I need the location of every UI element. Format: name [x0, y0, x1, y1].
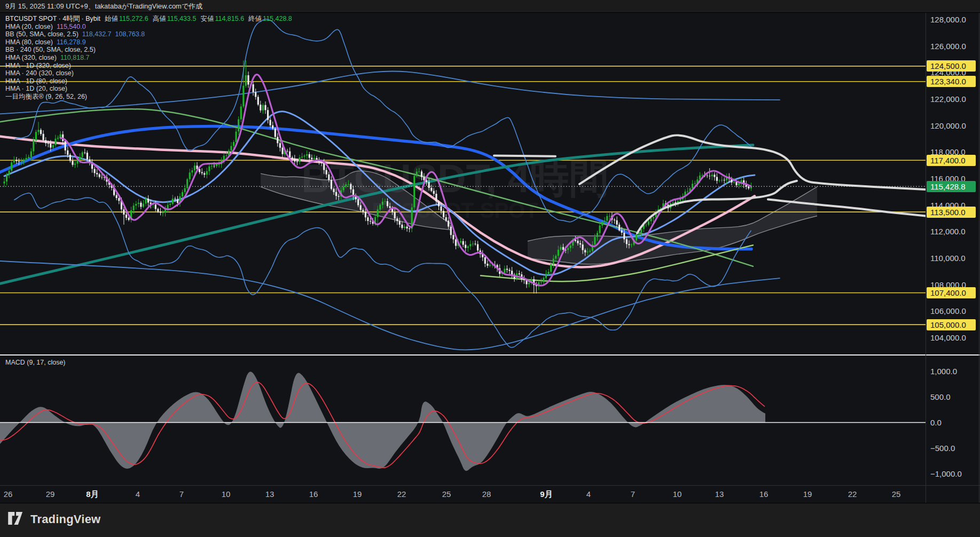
- indicator-label: HMA · 1D (20, close): [5, 85, 67, 92]
- macd-axis-label: 0.0: [930, 417, 977, 428]
- time-axis-label: 10: [222, 489, 231, 499]
- time-axis-month-label: 8月: [86, 489, 98, 500]
- time-axis-label: 10: [673, 489, 682, 499]
- ichimoku-cloud: [528, 187, 817, 265]
- time-axis-label: 25: [442, 489, 451, 499]
- indicator-value: 108,763.8: [115, 30, 145, 38]
- legend-indicator-row[interactable]: HMA · 240 (320, close): [5, 69, 292, 77]
- time-axis-label: 26: [4, 489, 13, 499]
- tradingview-logo-icon: [7, 511, 26, 527]
- ohlc-label: 高値: [153, 15, 166, 22]
- time-axis-label: 16: [309, 489, 318, 499]
- indicator-label: BB · 240 (50, SMA, close, 2.5): [5, 46, 96, 53]
- price-axis-label: 126,000.0: [930, 41, 977, 52]
- indicator-label: 一目均衡表® (9, 26, 52, 26): [5, 93, 87, 100]
- brand-name: TradingView: [30, 512, 100, 526]
- price-axis-label: 112,000.0: [930, 226, 977, 237]
- ohlc-value: 114,815.6: [215, 15, 244, 22]
- time-axis-label: 22: [397, 489, 406, 499]
- price-axis-label: 120,000.0: [930, 121, 977, 131]
- ohlc-label: 安値: [200, 15, 214, 22]
- indicator-label: HMA (320, close): [5, 54, 57, 61]
- indicator-label: HMA (20, close): [5, 23, 53, 30]
- legend-indicator-row[interactable]: HMA · 1D (320, close): [5, 62, 292, 70]
- time-axis-label: 29: [46, 489, 55, 499]
- indicator-label: HMA (80, close): [5, 38, 53, 46]
- time-axis-label: 4: [136, 489, 140, 499]
- macd-axis-label: −1,000.0: [930, 469, 977, 479]
- white-projection-line: [579, 135, 926, 189]
- legend-indicator-row[interactable]: HMA (20, close)115,540.0: [5, 23, 292, 31]
- level-price-badge: 117,400.0: [927, 155, 976, 166]
- time-axis-label: 7: [179, 489, 184, 499]
- symbol-title: BTCUSDT SPOT · 4時間 · Bybit: [5, 15, 100, 22]
- legend-indicator-row[interactable]: HMA (320, close)110,818.7: [5, 54, 292, 62]
- pane-divider[interactable]: [0, 354, 980, 356]
- indicator-legend: BTCUSDT SPOT · 4時間 · Bybit始値115,272.6高値1…: [5, 15, 292, 101]
- indicator-label: HMA · 1D (80, close): [5, 77, 67, 85]
- indicator-value: 115,540.0: [57, 23, 86, 30]
- time-axis-label: 16: [759, 489, 769, 499]
- macd-pane[interactable]: [0, 372, 926, 471]
- time-axis-label: 13: [265, 489, 275, 499]
- price-axis[interactable]: 128,000.0126,000.0124,000.0122,000.0120,…: [926, 13, 980, 503]
- time-axis-label: 25: [892, 489, 901, 499]
- legend-indicator-row[interactable]: BB (50, SMA, close, 2.5)118,432.7108,763…: [5, 30, 292, 38]
- macd-axis-label: 500.0: [930, 392, 977, 402]
- level-price-badge: 105,000.0: [927, 319, 976, 330]
- legend-indicator-row[interactable]: BB · 240 (50, SMA, close, 2.5): [5, 46, 292, 54]
- time-axis-label: 7: [631, 489, 635, 499]
- legend-indicator-row[interactable]: 一目均衡表® (9, 26, 52, 26): [5, 93, 292, 101]
- time-axis-month-label: 9月: [540, 489, 552, 500]
- ohlc-value: 115,428.8: [263, 15, 292, 22]
- time-axis-label: 19: [803, 489, 812, 499]
- indicator-label: HMA · 240 (320, close): [5, 69, 74, 77]
- indicator-value: 116,278.9: [57, 38, 86, 46]
- legend-title-row[interactable]: BTCUSDT SPOT · 4時間 · Bybit始値115,272.6高値1…: [5, 15, 292, 23]
- price-axis-label: 104,000.0: [930, 333, 977, 343]
- macd-pane-label[interactable]: MACD (9, 17, close): [5, 359, 66, 366]
- time-axis-label: 22: [848, 489, 857, 499]
- ohlc-value: 115,433.5: [167, 15, 197, 22]
- indicator-value: 118,432.7: [82, 30, 112, 38]
- level-price-badge: 124,500.0: [927, 60, 976, 72]
- level-price-badge: 107,400.0: [927, 287, 976, 298]
- indicator-label: BB (50, SMA, close, 2.5): [5, 30, 79, 38]
- time-axis[interactable]: 26298月47101316192225289月47101316192225: [0, 485, 980, 503]
- macd-axis-label: 1,000.0: [930, 366, 977, 377]
- tradingview-screenshot: 9月 15, 2025 11:09 UTC+9、takatabaがTrading…: [0, 0, 980, 537]
- time-axis-label: 28: [482, 489, 491, 499]
- price-axis-label: 106,000.0: [930, 306, 977, 317]
- time-axis-label: 19: [353, 489, 362, 499]
- indicator-value: 110,818.7: [60, 54, 90, 61]
- legend-indicator-row[interactable]: HMA (80, close)116,278.9: [5, 38, 292, 46]
- legend-indicator-row[interactable]: HMA · 1D (80, close): [5, 77, 292, 85]
- bb240_lower-line: [0, 261, 780, 350]
- price-axis-label: 122,000.0: [930, 94, 977, 105]
- time-axis-label: 13: [715, 489, 724, 499]
- price-axis-label: 128,000.0: [930, 14, 977, 25]
- price-axis-label: 110,000.0: [930, 253, 977, 264]
- tradingview-brand-link[interactable]: TradingView: [7, 511, 100, 527]
- level-price-badge: 113,500.0: [927, 207, 976, 218]
- creation-timestamp: 9月 15, 2025 11:09 UTC+9、takatabaがTrading…: [0, 0, 980, 13]
- last-price-badge: 115,428.8: [927, 181, 976, 192]
- ohlc-label: 始値: [105, 15, 118, 22]
- time-axis-label: 4: [586, 489, 591, 499]
- indicator-label: HMA · 1D (320, close): [5, 62, 71, 69]
- white-projection-line: [494, 156, 555, 156]
- macd-axis-label: −500.0: [930, 443, 977, 454]
- chart-region: BTCUSDT, 4時間 BTCUSDT SPOT BTCUSDT SPOT ·…: [0, 13, 980, 503]
- level-price-badge: 123,340.0: [927, 76, 976, 87]
- ohlc-value: 115,272.6: [119, 15, 148, 22]
- footer-bar: TradingView: [0, 503, 980, 537]
- legend-indicator-row[interactable]: HMA · 1D (20, close): [5, 85, 292, 93]
- ohlc-label: 終値: [248, 15, 262, 22]
